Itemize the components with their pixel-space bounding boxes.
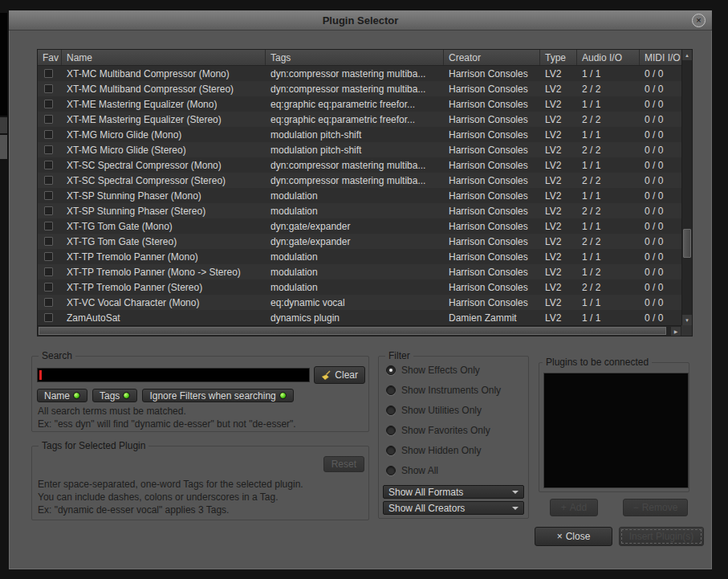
favorite-checkbox[interactable]: [44, 84, 53, 93]
plugin-midi-io: 0 / 0: [640, 282, 681, 293]
plugin-name: XT-VC Vocal Character (Mono): [62, 297, 266, 308]
column-header-type[interactable]: Type: [540, 50, 577, 65]
plugin-midi-io: 0 / 0: [640, 160, 681, 171]
insert-plugins-button[interactable]: Insert Plugin(s): [619, 527, 704, 546]
vertical-scrollbar-thumb[interactable]: [683, 229, 691, 258]
table-row[interactable]: XT-TG Tom Gate (Mono) dyn:gate/expander …: [38, 218, 681, 234]
favorite-checkbox[interactable]: [44, 237, 53, 246]
filter-radio-option[interactable]: Show Favorites Only: [386, 420, 525, 440]
column-header-tags[interactable]: Tags: [266, 50, 444, 65]
column-header-name[interactable]: Name: [62, 50, 266, 65]
column-header-audio-io[interactable]: Audio I/O: [577, 50, 640, 65]
column-header-fav[interactable]: Fav: [38, 50, 62, 65]
horizontal-scrollbar[interactable]: ▶: [38, 325, 681, 336]
search-name-toggle[interactable]: Name: [37, 389, 87, 402]
table-row[interactable]: XT-VC Vocal Character (Mono) eq:dynamic …: [38, 295, 681, 310]
plugin-midi-io: 0 / 0: [640, 129, 681, 141]
favorite-checkbox[interactable]: [44, 176, 53, 185]
add-label: Add: [570, 502, 587, 513]
scroll-up-icon[interactable]: ▲: [682, 50, 692, 60]
filter-radio-option[interactable]: Show All: [386, 460, 525, 480]
favorite-checkbox[interactable]: [44, 191, 53, 200]
ignore-filters-toggle[interactable]: Ignore Filters when searching: [142, 389, 293, 402]
brush-icon: [321, 370, 331, 381]
table-row[interactable]: XT-ME Mastering Equalizer (Mono) eq:grap…: [38, 96, 681, 112]
favorite-checkbox[interactable]: [44, 283, 53, 292]
tags-frame-label: Tags for Selected Plugin: [39, 440, 148, 451]
close-button[interactable]: × Close: [535, 527, 612, 546]
plugin-type: LV2: [540, 251, 577, 263]
table-row[interactable]: XT-SC Spectral Compressor (Stereo) dyn:c…: [38, 173, 681, 188]
favorite-checkbox[interactable]: [44, 130, 53, 139]
favorite-checkbox[interactable]: [44, 161, 53, 169]
favorite-checkbox[interactable]: [44, 69, 53, 78]
filter-radio-option[interactable]: Show Utilities Only: [386, 400, 525, 420]
favorite-checkbox[interactable]: [44, 115, 53, 124]
table-row[interactable]: XT-SC Spectral Compressor (Mono) dyn:com…: [38, 157, 681, 173]
plugin-midi-io: 0 / 0: [640, 175, 681, 186]
table-row[interactable]: XT-MC Multiband Compressor (Mono) dyn:co…: [38, 66, 681, 81]
plugin-audio-io: 2 / 2: [577, 175, 640, 186]
filter-radio-option[interactable]: Show Hidden Only: [386, 440, 525, 460]
vertical-scrollbar-track[interactable]: [682, 60, 692, 315]
favorite-checkbox[interactable]: [44, 267, 53, 276]
favorite-checkbox[interactable]: [44, 222, 53, 230]
column-header-creator[interactable]: Creator: [444, 50, 540, 65]
search-tags-toggle[interactable]: Tags: [92, 389, 137, 402]
favorite-checkbox[interactable]: [44, 206, 53, 215]
insert-label: Insert Plugin(s): [629, 531, 694, 542]
tags-toggle-label: Tags: [100, 390, 120, 402]
fav-cell: [38, 206, 62, 215]
plugin-type: LV2: [540, 145, 577, 156]
favorite-checkbox[interactable]: [44, 100, 53, 108]
plugin-midi-io: 0 / 0: [640, 114, 681, 125]
table-row[interactable]: XT-MG Micro Glide (Stereo) modulation pi…: [38, 142, 681, 157]
table-row[interactable]: XT-SP Stunning Phaser (Stereo) modulatio…: [38, 203, 681, 218]
plugin-creator: Harrison Consoles: [444, 267, 540, 278]
table-row[interactable]: XT-TP Tremolo Panner (Stereo) modulation…: [38, 279, 681, 295]
column-header-midi-io[interactable]: MIDI I/O: [640, 50, 681, 65]
table-row[interactable]: XT-MC Multiband Compressor (Stereo) dyn:…: [38, 81, 681, 96]
table-row[interactable]: XT-TP Tremolo Panner (Mono -> Stereo) mo…: [38, 264, 681, 279]
search-help-text-1: All search terms must be matched.: [38, 406, 186, 417]
close-x-icon: ×: [557, 532, 563, 541]
table-row[interactable]: XT-ME Mastering Equalizer (Stereo) eq:gr…: [38, 112, 681, 127]
fav-cell: [38, 237, 62, 246]
formats-dropdown-value: Show All Formats: [388, 487, 512, 498]
clear-search-button[interactable]: Clear: [314, 366, 365, 384]
plugin-type: LV2: [540, 236, 577, 247]
table-row[interactable]: XT-SP Stunning Phaser (Mono) modulation …: [38, 188, 681, 203]
add-plugin-button[interactable]: + Add: [550, 499, 598, 516]
reset-tags-button[interactable]: Reset: [323, 456, 364, 472]
horizontal-scrollbar-thumb[interactable]: [39, 327, 666, 335]
plugin-tags: dyn:compressor mastering multiba...: [266, 84, 444, 95]
creators-dropdown[interactable]: Show All Creators: [383, 501, 524, 515]
filter-radio-option[interactable]: Show Instruments Only: [386, 380, 525, 400]
tags-frame: Tags for Selected Plugin Reset Enter spa…: [31, 446, 369, 520]
favorite-checkbox[interactable]: [44, 313, 53, 322]
window-close-button[interactable]: ×: [692, 14, 706, 27]
remove-plugin-button[interactable]: − Remove: [623, 499, 688, 516]
favorite-checkbox[interactable]: [44, 298, 53, 307]
scroll-down-icon[interactable]: ▼: [682, 315, 692, 325]
background-strip: [0, 117, 7, 133]
formats-dropdown[interactable]: Show All Formats: [383, 485, 524, 499]
plugin-selector-dialog: Plugin Selector × Fav Name Tags Creator …: [8, 10, 713, 570]
plugin-name: XT-ME Mastering Equalizer (Stereo): [62, 114, 266, 125]
plugin-name: XT-TP Tremolo Panner (Mono): [62, 251, 266, 263]
plugin-midi-io: 0 / 0: [640, 206, 681, 217]
connected-plugins-list[interactable]: [543, 373, 689, 488]
scroll-right-icon[interactable]: ▶: [671, 327, 681, 336]
table-row[interactable]: ZamAutoSat dynamics plugin Damien Zammit…: [38, 310, 681, 325]
table-row[interactable]: XT-TG Tom Gate (Stereo) dyn:gate/expande…: [38, 234, 681, 249]
table-row[interactable]: XT-TP Tremolo Panner (Mono) modulation H…: [38, 249, 681, 264]
titlebar[interactable]: Plugin Selector ×: [9, 10, 712, 31]
plugin-creator: Harrison Consoles: [444, 251, 540, 263]
favorite-checkbox[interactable]: [44, 145, 53, 154]
table-row[interactable]: XT-MG Micro Glide (Mono) modulation pitc…: [38, 127, 681, 142]
search-input[interactable]: [37, 368, 310, 382]
vertical-scrollbar[interactable]: ▲ ▼: [681, 50, 692, 325]
filter-radio-option[interactable]: Show Effects Only: [386, 360, 525, 380]
ignore-filters-label: Ignore Filters when searching: [149, 390, 275, 402]
favorite-checkbox[interactable]: [44, 252, 53, 261]
